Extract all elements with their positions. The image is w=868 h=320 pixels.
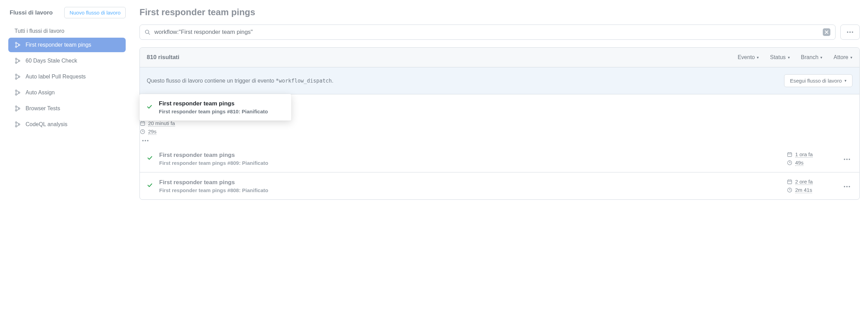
dispatch-text-suffix: . <box>332 78 333 84</box>
svg-point-21 <box>849 31 851 33</box>
all-workflows-link[interactable]: Tutti i flussi di lavoro <box>8 25 126 38</box>
check-icon <box>147 155 153 162</box>
dispatch-code: *workflow_dispatch <box>276 78 332 84</box>
workflow-icon <box>15 42 21 48</box>
run-row[interactable]: First responder team pings First respond… <box>140 145 859 172</box>
sidebar-workflow-item[interactable]: Auto label Pull Requests <box>8 69 126 84</box>
run-row[interactable]: First responder team pings First respond… <box>140 172 859 199</box>
more-options-button[interactable] <box>840 25 860 40</box>
svg-point-3 <box>15 58 17 59</box>
svg-point-16 <box>15 126 17 127</box>
run-title: First responder team pings <box>159 179 781 186</box>
run-time: 20 minuti fa <box>140 120 856 126</box>
svg-point-1 <box>15 46 17 48</box>
sidebar-item-label: CodeQL analysis <box>26 121 67 128</box>
caret-down-icon: ▾ <box>850 55 852 60</box>
svg-point-12 <box>15 106 17 107</box>
run-workflow-button[interactable]: Esegui flusso di lavoro ▾ <box>784 74 852 87</box>
workflow-icon <box>15 105 21 112</box>
svg-point-9 <box>15 90 17 91</box>
svg-point-0 <box>15 42 17 44</box>
caret-down-icon: ▾ <box>757 55 759 60</box>
svg-point-41 <box>846 159 848 160</box>
dispatch-text-prefix: Questo flusso di lavoro contiene un trig… <box>147 78 276 84</box>
run-more-button[interactable] <box>140 135 859 145</box>
run-time: 1 ora fa <box>787 151 832 158</box>
caret-down-icon: ▾ <box>845 78 847 83</box>
search-icon <box>145 29 150 35</box>
run-subtitle: First responder team pings #809: Pianifi… <box>159 160 781 166</box>
main-content: First responder team pings 810 risultati… <box>139 7 860 200</box>
caret-down-icon: ▾ <box>820 55 822 60</box>
svg-point-13 <box>15 110 17 111</box>
svg-point-22 <box>852 31 853 33</box>
run-duration: 2m 41s <box>787 187 832 193</box>
workflow-dispatch-banner: Questo flusso di lavoro contiene un trig… <box>140 67 859 94</box>
run-subtitle: First responder team pings #808: Pianifi… <box>159 187 781 193</box>
results-count: 810 risultati <box>147 54 180 61</box>
run-time: 2 ore fa <box>787 179 832 185</box>
search-box[interactable] <box>139 25 836 40</box>
svg-point-42 <box>849 159 850 160</box>
check-icon <box>147 182 153 190</box>
filter-event[interactable]: Evento▾ <box>737 54 759 60</box>
svg-point-15 <box>15 122 17 123</box>
filter-branch[interactable]: Branch▾ <box>801 54 823 60</box>
sidebar-workflow-item[interactable]: 60 Days Stale Check <box>8 54 126 68</box>
sidebar-item-label: Browser Tests <box>26 105 60 112</box>
check-icon <box>146 104 153 111</box>
run-title: First responder team pings <box>159 100 284 107</box>
svg-point-18 <box>145 30 149 34</box>
workflow-icon <box>15 90 21 96</box>
svg-point-30 <box>142 140 144 141</box>
run-title: First responder team pings <box>159 152 781 159</box>
sidebar-item-label: Auto Assign <box>26 90 55 96</box>
run-subtitle: First responder team pings #810: Pianifi… <box>159 109 284 114</box>
search-input[interactable] <box>154 29 819 36</box>
svg-point-7 <box>15 78 17 79</box>
svg-point-40 <box>844 159 845 160</box>
svg-point-4 <box>15 62 17 64</box>
sidebar-workflow-item[interactable]: CodeQL analysis <box>8 117 126 132</box>
clear-search-button[interactable] <box>823 28 830 36</box>
svg-rect-33 <box>788 153 792 157</box>
sidebar: Flussi di lavoro Nuovo flusso di lavoro … <box>8 7 126 200</box>
filter-actor[interactable]: Attore▾ <box>833 54 852 60</box>
filter-status[interactable]: Status▾ <box>770 54 790 60</box>
run-duration: 49s <box>787 160 832 166</box>
sidebar-title: Flussi di lavoro <box>10 9 53 16</box>
sidebar-item-label: First responder team pings <box>26 42 91 48</box>
svg-line-19 <box>148 33 150 35</box>
svg-point-10 <box>15 94 17 95</box>
results-panel: 810 risultati Evento▾ Status▾ Branch▾ At… <box>139 47 860 200</box>
workflow-icon <box>15 74 21 80</box>
sidebar-item-label: 60 Days Stale Check <box>26 58 77 64</box>
x-icon <box>824 30 829 34</box>
svg-rect-23 <box>141 122 145 125</box>
caret-down-icon: ▾ <box>788 55 790 60</box>
sidebar-workflow-item[interactable]: Browser Tests <box>8 101 126 116</box>
page-title: First responder team pings <box>139 7 860 18</box>
svg-point-20 <box>847 31 848 33</box>
run-more-button[interactable] <box>841 181 852 191</box>
run-more-button[interactable] <box>841 153 852 164</box>
sidebar-workflow-item[interactable]: First responder team pings <box>8 38 126 52</box>
new-workflow-button[interactable]: Nuovo flusso di lavoro <box>64 7 126 18</box>
run-duration: 29s <box>140 129 856 135</box>
svg-rect-43 <box>788 180 792 184</box>
run-row[interactable]: First responder team pings First respond… <box>140 94 859 145</box>
svg-point-50 <box>844 186 845 187</box>
svg-point-51 <box>846 186 848 187</box>
sidebar-item-label: Auto label Pull Requests <box>26 74 86 80</box>
svg-point-31 <box>145 140 146 141</box>
workflow-icon <box>15 121 21 128</box>
svg-point-6 <box>15 74 17 75</box>
sidebar-workflow-item[interactable]: Auto Assign <box>8 85 126 100</box>
svg-point-32 <box>147 140 148 141</box>
workflow-icon <box>15 58 21 64</box>
kebab-icon <box>847 31 853 33</box>
svg-point-52 <box>849 186 850 187</box>
